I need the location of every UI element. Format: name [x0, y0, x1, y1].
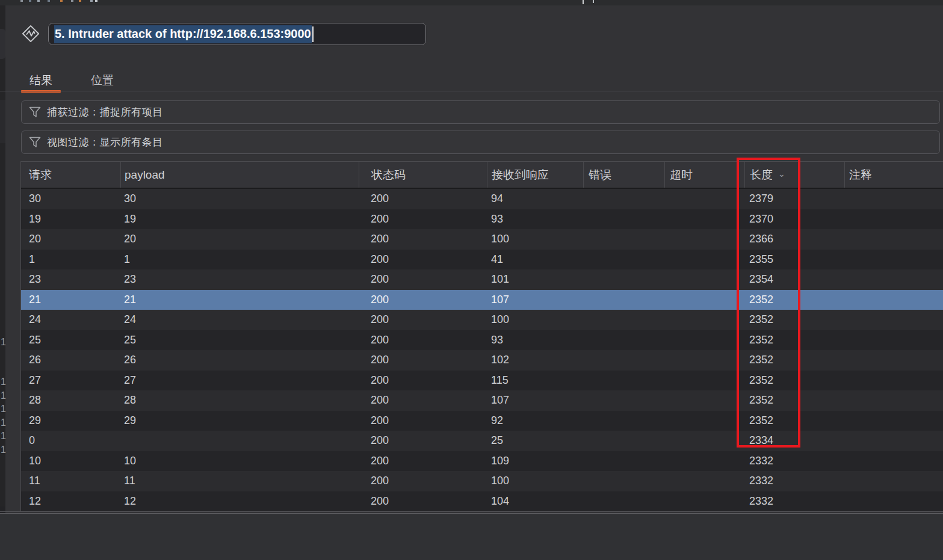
cell-request: 27 [21, 371, 120, 391]
cell-timeout [664, 491, 744, 512]
table-row[interactable]: 2525200932352 [21, 330, 943, 351]
cell-comment [844, 471, 943, 491]
cell-status: 200 [359, 229, 487, 250]
column-header-error[interactable]: 错误 [583, 162, 664, 188]
cell-received: 104 [487, 491, 583, 512]
cell-comment [844, 310, 943, 330]
cell-length: 2332 [744, 491, 844, 512]
clipped-toolbar-fragment [71, 0, 73, 2]
column-header-timeout[interactable]: 超时 [664, 162, 744, 188]
table-row[interactable]: 27272001152352 [21, 371, 943, 391]
cell-request: 12 [21, 491, 120, 512]
column-header-comment[interactable]: 注释 [844, 162, 943, 188]
cell-length: 2370 [744, 209, 844, 230]
cell-comment [844, 269, 943, 290]
cell-request: 26 [21, 350, 120, 371]
cell-status: 200 [359, 390, 487, 411]
cell-timeout [664, 250, 744, 270]
clipped-toolbar-fragment [79, 0, 81, 2]
tab-bar: 结果位置 [21, 70, 122, 91]
column-header-status[interactable]: 状态码 [359, 162, 487, 188]
clipped-top-toolbar [0, 0, 943, 5]
cell-request: 0 [21, 431, 120, 451]
table-row[interactable]: 10102001092332 [21, 451, 943, 472]
cell-request: 1 [21, 250, 120, 270]
table-row[interactable]: 11112001002332 [21, 471, 943, 491]
cell-timeout [664, 350, 744, 371]
column-header-length[interactable]: 长度⌄ [744, 162, 844, 188]
cell-status: 200 [359, 209, 487, 230]
cell-timeout [664, 209, 744, 230]
cell-request: 29 [21, 411, 120, 431]
cell-payload: 19 [120, 209, 359, 230]
cell-timeout [664, 269, 744, 290]
table-row[interactable]: 24242001002352 [21, 310, 943, 330]
column-header-label: 状态码 [371, 167, 406, 183]
column-header-label: 长度 [750, 167, 773, 183]
cell-payload: 28 [120, 390, 359, 411]
cell-request: 19 [21, 209, 120, 230]
cell-received: 107 [487, 390, 583, 411]
cell-payload: 27 [120, 371, 359, 391]
attack-title-input[interactable]: 5. Intruder attack of http://192.168.6.1… [48, 23, 426, 45]
table-row[interactable]: 11200412355 [21, 250, 943, 270]
results-table: 请求payload状态码接收到响应错误超时长度⌄注释 3030200942379… [20, 161, 943, 511]
table-row[interactable]: 3030200942379 [21, 189, 943, 209]
table-row[interactable]: 12122001042332 [21, 491, 943, 512]
view-filter-bar[interactable]: 视图过滤：显示所有条目 [21, 131, 940, 154]
cell-timeout [664, 229, 744, 250]
clipped-toolbar-fragment [593, 0, 594, 3]
table-header: 请求payload状态码接收到响应错误超时长度⌄注释 [21, 162, 943, 188]
cell-payload: 12 [120, 491, 359, 512]
cell-received: 94 [487, 189, 583, 209]
sort-desc-indicator: ⌄ [778, 169, 785, 179]
cell-status: 200 [359, 471, 487, 491]
table-row[interactable]: 28282001072352 [21, 390, 943, 411]
cell-comment [844, 189, 943, 209]
text-caret [312, 26, 314, 42]
cell-payload: 24 [120, 310, 359, 330]
column-header-label: 超时 [670, 167, 693, 183]
column-header-label: payload [125, 168, 165, 182]
cell-request: 21 [21, 290, 120, 310]
clipped-toolbar-fragment [95, 0, 97, 2]
cell-status: 200 [359, 491, 487, 512]
cell-length: 2352 [744, 350, 844, 371]
clipped-toolbar-fragment [20, 0, 23, 2]
tab-positions[interactable]: 位置 [82, 70, 122, 91]
tab-results[interactable]: 结果 [21, 70, 61, 91]
table-row[interactable]: 1919200932370 [21, 209, 943, 230]
cell-timeout [664, 189, 744, 209]
table-row[interactable]: 2929200922352 [21, 411, 943, 431]
table-bottom-border [0, 511, 943, 512]
cell-status: 200 [359, 451, 487, 472]
cell-timeout [664, 451, 744, 472]
cell-comment [844, 371, 943, 391]
table-row-selected[interactable]: 21212001072352 [21, 290, 943, 310]
cell-error [583, 350, 664, 371]
capture-filter-label: 捕获过滤：捕捉所有项目 [47, 105, 163, 119]
cell-length: 2355 [744, 250, 844, 270]
column-header-received[interactable]: 接收到响应 [487, 162, 583, 188]
table-row[interactable]: 23232001012354 [21, 269, 943, 290]
table-row[interactable]: 26262001022352 [21, 350, 943, 371]
cell-length: 2379 [744, 189, 844, 209]
cell-comment [844, 350, 943, 371]
column-header-payload[interactable]: payload [120, 162, 359, 188]
table-row[interactable]: 20202001002366 [21, 229, 943, 250]
cell-error [583, 250, 664, 270]
filter-funnel-icon [29, 137, 41, 148]
clipped-toolbar-fragment [48, 0, 50, 2]
attack-title-selected-text: 5. Intruder attack of http://192.168.6.1… [54, 25, 312, 43]
cell-comment [844, 451, 943, 472]
cell-length: 2352 [744, 411, 844, 431]
intruder-attack-icon [22, 25, 40, 43]
column-header-request[interactable]: 请求 [21, 162, 120, 188]
cell-request: 20 [21, 229, 120, 250]
cell-received: 100 [487, 310, 583, 330]
cell-payload: 20 [120, 229, 359, 250]
table-row[interactable]: 0200252334 [21, 431, 943, 451]
cell-length: 2352 [744, 310, 844, 330]
capture-filter-bar[interactable]: 捕获过滤：捕捉所有项目 [21, 100, 940, 124]
cell-payload: 30 [120, 189, 359, 209]
